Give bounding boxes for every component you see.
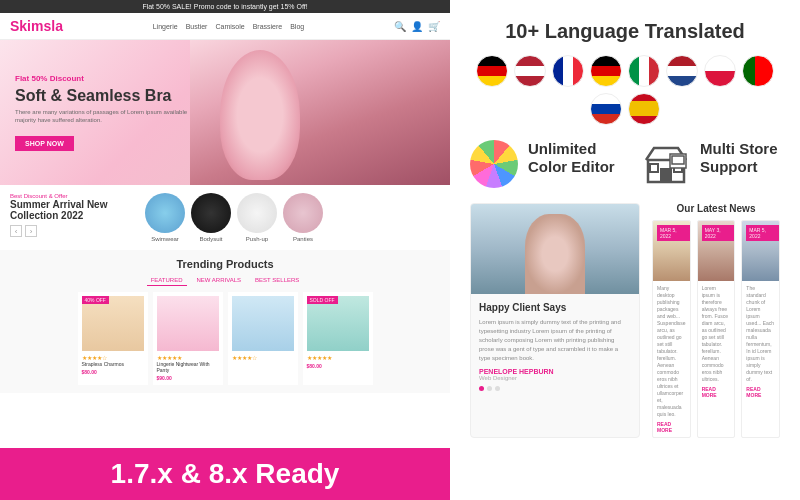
- news-read-more-2[interactable]: READ MORE: [702, 386, 731, 398]
- right-panel: 10+ Language Translated Unlimited Color …: [450, 0, 800, 500]
- product-img-4: [307, 296, 369, 351]
- feature-multi-store: Multi Store Support: [642, 140, 780, 188]
- news-content-2: Lorem ipsum is therefore always free fro…: [698, 281, 735, 402]
- news-card-3[interactable]: MAR 5, 2022 The standard chunk of Lorem …: [741, 220, 780, 438]
- svg-rect-1: [660, 168, 672, 182]
- collection-img-swimwear: [145, 193, 185, 233]
- news-content-3: The standard chunk of Lorem ipsum used..…: [742, 281, 779, 402]
- product-name-2: Lingerie Nightwear With Panty: [157, 361, 219, 373]
- client-pagination: [479, 386, 631, 391]
- tab-best-sellers[interactable]: BEST SELLERS: [251, 275, 303, 286]
- nav-brassiere[interactable]: Brassiere: [253, 23, 283, 30]
- trending-section: Trending Products FEATURED NEW ARRIVALS …: [0, 250, 450, 393]
- product-img-2: [157, 296, 219, 351]
- feature-store-title: Multi Store Support: [700, 140, 780, 176]
- tab-featured[interactable]: FEATURED: [147, 275, 187, 286]
- product-price-4: $80.00: [307, 363, 369, 369]
- product-badge-1: 40% OFF: [82, 296, 109, 304]
- hero-woman-image: [190, 40, 450, 185]
- flag-us: [514, 55, 546, 87]
- svg-rect-2: [650, 164, 658, 172]
- tab-new-arrivals[interactable]: NEW ARRIVALS: [193, 275, 246, 286]
- product-img-1: [82, 296, 144, 351]
- collection-nav: ‹ ›: [10, 225, 130, 237]
- language-title: 10+ Language Translated: [470, 20, 780, 43]
- product-price-2: $90.00: [157, 375, 219, 381]
- flag-russian: [590, 93, 622, 125]
- news-date-1: MAR 5, 2022: [657, 225, 690, 241]
- product-card-2[interactable]: ★★★★★ Lingerie Nightwear With Panty $90.…: [153, 292, 223, 385]
- hero-text: Flat 50% Discount Soft & Seamless Bra Th…: [15, 74, 195, 152]
- product-card-4[interactable]: SOLD OFF ★★★★★ $80.00: [303, 292, 373, 385]
- collection-next[interactable]: ›: [25, 225, 37, 237]
- news-read-more-1[interactable]: READ MORE: [657, 421, 686, 433]
- features-row: Unlimited Color Editor Multi Store Suppo…: [470, 140, 780, 188]
- feature-color-editor: Unlimited Color Editor: [470, 140, 622, 188]
- hero-section: Flat 50% Discount Soft & Seamless Bra Th…: [0, 40, 450, 185]
- client-section: Happy Client Says Lorem ipsum is simply …: [470, 203, 640, 438]
- news-card-2[interactable]: MAY 3, 2022 Lorem ipsum is therefore alw…: [697, 220, 736, 438]
- flag-german: [476, 55, 508, 87]
- store-icon: [642, 140, 690, 188]
- collection-text: Best Discount & Offer Summer Arrival New…: [10, 193, 130, 237]
- collection-img-panties: [283, 193, 323, 233]
- site-header: Skimsla Lingerie Bustier Camisole Brassi…: [0, 13, 450, 40]
- flag-polish: [704, 55, 736, 87]
- bottom-section: Happy Client Says Lorem ipsum is simply …: [470, 203, 780, 438]
- feature-color-title: Unlimited Color Editor: [528, 140, 622, 176]
- collection-prev[interactable]: ‹: [10, 225, 22, 237]
- news-text-3: The standard chunk of Lorem ipsum used..…: [746, 285, 775, 383]
- site-icons: 🔍 👤 🛒: [394, 21, 440, 32]
- color-wheel-icon: [470, 140, 518, 188]
- trending-title: Trending Products: [10, 258, 440, 270]
- nav-lingerie[interactable]: Lingerie: [153, 23, 178, 30]
- search-icon[interactable]: 🔍: [394, 21, 406, 32]
- news-text-2: Lorem ipsum is therefore always free fro…: [702, 285, 731, 383]
- nav-camisole[interactable]: Camisole: [215, 23, 244, 30]
- collection-header: Best Discount & Offer Summer Arrival New…: [10, 193, 440, 242]
- hero-subtitle: There are many variations of passages of…: [15, 108, 195, 125]
- product-stars-3: ★★★★☆: [232, 354, 294, 361]
- client-section-title: Happy Client Says: [479, 302, 631, 313]
- product-card-1[interactable]: 40% OFF ★★★★☆ Strapless Charmos $80.00: [78, 292, 148, 385]
- shop-now-button[interactable]: SHOP NOW: [15, 136, 74, 151]
- news-content-1: Many desktop publishing packages and web…: [653, 281, 690, 437]
- product-card-3[interactable]: ★★★★☆: [228, 292, 298, 385]
- news-img-2: MAY 3, 2022: [698, 221, 735, 281]
- collection-img-bodysuit: [191, 193, 231, 233]
- collection-item-swimwear[interactable]: Swimwear: [145, 193, 185, 242]
- client-name: PENELOPE HEPBURN: [479, 368, 631, 375]
- user-icon[interactable]: 👤: [411, 21, 423, 32]
- dot-1[interactable]: [479, 386, 484, 391]
- product-price-1: $80.00: [82, 369, 144, 375]
- client-role: Web Designer: [479, 375, 631, 381]
- product-badge-4: SOLD OFF: [307, 296, 338, 304]
- collection-img-pushup: [237, 193, 277, 233]
- collection-label-swimwear: Swimwear: [145, 236, 185, 242]
- client-testimonial-text: Lorem ipsum is simply dummy text of the …: [479, 318, 631, 363]
- version-badge: 1.7.x & 8.x Ready: [0, 448, 450, 500]
- client-info: Happy Client Says Lorem ipsum is simply …: [471, 294, 639, 399]
- news-text-1: Many desktop publishing packages and web…: [657, 285, 686, 418]
- left-panel: Flat 50% SALE! Promo code to instantly g…: [0, 0, 450, 500]
- dot-3[interactable]: [495, 386, 500, 391]
- feature-store-text: Multi Store Support: [700, 140, 780, 176]
- hero-title: Soft & Seamless Bra: [15, 86, 195, 105]
- cart-icon[interactable]: 🛒: [428, 21, 440, 32]
- product-stars-2: ★★★★★: [157, 354, 219, 361]
- collection-item-panties[interactable]: Panties: [283, 193, 323, 242]
- news-card-1[interactable]: MAR 5, 2022 Many desktop publishing pack…: [652, 220, 691, 438]
- news-date-3: MAR 5, 2022: [746, 225, 779, 241]
- collection-item-pushup[interactable]: Push-up: [237, 193, 277, 242]
- news-read-more-3[interactable]: READ MORE: [746, 386, 775, 398]
- dot-2[interactable]: [487, 386, 492, 391]
- nav-blog[interactable]: Blog: [290, 23, 304, 30]
- collection-items: Swimwear Bodysuit Push-up Panties: [145, 193, 440, 242]
- nav-bustier[interactable]: Bustier: [186, 23, 208, 30]
- collection-item-bodysuit[interactable]: Bodysuit: [191, 193, 231, 242]
- flag-italian: [628, 55, 660, 87]
- hero-discount: Flat 50% Discount: [15, 74, 195, 83]
- news-img-3: MAR 5, 2022: [742, 221, 779, 281]
- product-name-1: Strapless Charmos: [82, 361, 144, 367]
- flag-portuguese: [742, 55, 774, 87]
